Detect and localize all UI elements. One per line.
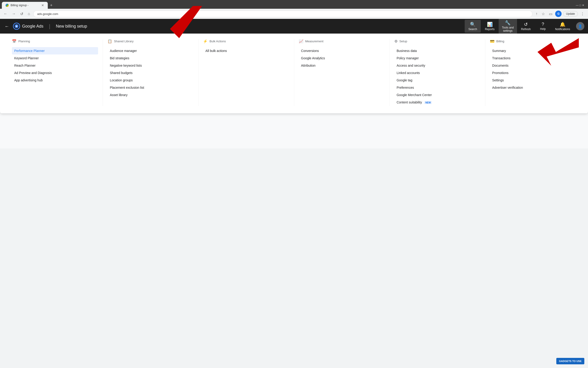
home-nav-button[interactable]: ⌂: [27, 11, 31, 17]
browser-chrome: Billing signup - ✕ + — □ ✕ ← → ↺ ⌂ ↑ ☆ ▭…: [0, 0, 588, 19]
browser-profile-avatar[interactable]: G: [555, 10, 561, 17]
maximize-icon[interactable]: □: [579, 4, 581, 7]
billing-section-header: 💳 Billing: [490, 39, 576, 43]
menu-item-negative-keyword-lists[interactable]: Negative keyword lists: [107, 62, 194, 69]
menu-item-audience-manager[interactable]: Audience manager: [107, 47, 194, 55]
bulk-actions-section-header: ⚡ Bulk Actions: [203, 39, 289, 43]
menu-item-promotions[interactable]: Promotions: [490, 69, 576, 76]
menu-item-google-merchant[interactable]: Google Merchant Center: [394, 91, 481, 99]
menu-item-bid-strategies[interactable]: Bid strategies: [107, 55, 194, 62]
account-name: New billing setup: [56, 24, 87, 29]
header-avatar[interactable]: 👤: [576, 22, 584, 30]
planning-section-title: Planning: [18, 39, 30, 43]
header-divider: |: [49, 23, 50, 29]
minimize-icon[interactable]: —: [576, 4, 579, 7]
reports-tool-icon: 📊: [487, 22, 493, 27]
watermark: GADGETS TO USE: [556, 358, 584, 364]
menu-section-bulk-actions: ⚡ Bulk Actions All bulk actions: [198, 39, 294, 106]
menu-section-setup: ⚙ Setup Business data Policy manager Acc…: [390, 39, 485, 106]
window-controls: — □ ✕: [576, 4, 586, 7]
menu-section-measurement: 📈 Measurement Conversions Google Analyti…: [294, 39, 390, 106]
menu-item-app-hub[interactable]: App advertising hub: [12, 76, 98, 84]
google-ads-logo-icon: [13, 23, 20, 30]
browser-actions: ↑ ☆ ▭ G Update ⋮: [534, 10, 586, 17]
address-bar-row: ← → ↺ ⌂ ↑ ☆ ▭ G Update ⋮: [0, 9, 588, 19]
header-right: 🔍 Search 📊 Reports 🔧 Tools andsettings ↺…: [465, 18, 584, 35]
menu-item-conversions[interactable]: Conversions: [299, 47, 385, 55]
menu-browser-button[interactable]: ⋮: [579, 11, 586, 17]
search-tool-label: Search: [468, 28, 477, 31]
tab-title: Billing signup -: [10, 4, 39, 7]
menu-item-google-tag[interactable]: Google tag: [394, 76, 481, 84]
address-input[interactable]: [33, 10, 533, 17]
tab-close-btn[interactable]: ✕: [41, 3, 44, 7]
menu-item-shared-budgets[interactable]: Shared budgets: [107, 69, 194, 76]
measurement-section-title: Measurement: [305, 39, 323, 43]
menu-section-planning: 📅 Planning Performance Planner Keyword P…: [7, 39, 103, 106]
bulk-actions-section-title: Bulk Actions: [209, 39, 226, 43]
menu-item-asset-library[interactable]: Asset library: [107, 91, 194, 99]
menu-item-google-analytics[interactable]: Google Analytics: [299, 55, 385, 62]
notifications-tool-label: Notifications: [555, 28, 570, 31]
new-tab-button[interactable]: +: [49, 2, 54, 8]
sidebar-browser-button[interactable]: ▭: [548, 11, 554, 17]
menu-item-policy-manager[interactable]: Policy manager: [394, 55, 481, 62]
tab-bar: Billing signup - ✕ + — □ ✕: [0, 0, 588, 9]
reports-tool-button[interactable]: 📊 Reports: [482, 20, 498, 33]
menu-section-shared-library: 📋 Shared Library Audience manager Bid st…: [103, 39, 198, 106]
menu-item-location-groups[interactable]: Location groups: [107, 76, 194, 84]
notifications-tool-icon: 🔔: [560, 22, 565, 27]
tools-settings-button[interactable]: 🔧 Tools andsettings: [499, 18, 517, 35]
menu-section-billing: 💳 Billing Summary Transactions Documents…: [485, 39, 581, 106]
forward-nav-button[interactable]: →: [10, 11, 17, 17]
active-tab[interactable]: Billing signup - ✕: [2, 2, 48, 9]
menu-item-performance-planner[interactable]: Performance Planner: [12, 47, 98, 55]
bulk-actions-section-icon: ⚡: [203, 39, 208, 43]
ads-header: ← Google Ads | New billing setup 🔍 Searc…: [0, 19, 588, 34]
close-window-icon[interactable]: ✕: [582, 4, 584, 7]
tools-settings-label: Tools andsettings: [502, 26, 514, 33]
billing-section-icon: 💳: [490, 39, 495, 43]
tools-settings-icon: 🔧: [505, 20, 511, 26]
menu-item-access-security[interactable]: Access and security: [394, 62, 481, 69]
menu-item-business-data[interactable]: Business data: [394, 47, 481, 55]
update-button[interactable]: Update: [563, 11, 578, 17]
menu-item-ad-preview[interactable]: Ad Preview and Diagnosis: [12, 69, 98, 76]
refresh-tool-button[interactable]: ↺ Refresh: [518, 20, 534, 33]
reload-nav-button[interactable]: ↺: [19, 11, 25, 17]
search-tool-button[interactable]: 🔍 Search: [465, 20, 481, 33]
menu-item-transactions[interactable]: Transactions: [490, 55, 576, 62]
measurement-section-icon: 📈: [299, 39, 303, 43]
menu-item-keyword-planner[interactable]: Keyword Planner: [12, 55, 98, 62]
back-nav-button[interactable]: ←: [2, 11, 9, 17]
menu-item-documents[interactable]: Documents: [490, 62, 576, 69]
header-back-button[interactable]: ←: [4, 23, 10, 30]
menu-item-advertiser-verification[interactable]: Advertiser verification: [490, 84, 576, 91]
menu-item-linked-accounts[interactable]: Linked accounts: [394, 69, 481, 76]
menu-item-content-suitability[interactable]: Content suitability NEW: [394, 99, 481, 106]
menu-item-billing-summary[interactable]: Summary: [490, 47, 576, 55]
menu-item-reach-planner[interactable]: Reach Planner: [12, 62, 98, 69]
watermark-text: GADGETS TO USE: [559, 360, 582, 362]
shared-library-section-title: Shared Library: [114, 39, 134, 43]
menu-item-placement-exclusion[interactable]: Placement exclusion list: [107, 84, 194, 91]
search-tool-icon: 🔍: [470, 22, 476, 27]
bookmark-button[interactable]: ☆: [540, 11, 546, 17]
notifications-tool-button[interactable]: 🔔 Notifications: [552, 20, 573, 33]
reports-tool-label: Reports: [485, 28, 495, 31]
dropdown-menu-content: 📅 Planning Performance Planner Keyword P…: [0, 34, 588, 113]
shared-library-section-header: 📋 Shared Library: [107, 39, 194, 43]
refresh-tool-label: Refresh: [521, 28, 531, 31]
menu-item-preferences[interactable]: Preferences: [394, 84, 481, 91]
tab-favicon: [6, 4, 9, 7]
menu-item-all-bulk-actions[interactable]: All bulk actions: [203, 47, 289, 55]
setup-section-header: ⚙ Setup: [394, 39, 481, 43]
svg-point-2: [16, 26, 17, 27]
header-left: ← Google Ads | New billing setup: [4, 23, 465, 30]
help-tool-button[interactable]: ? Help: [535, 20, 551, 32]
menu-item-billing-settings[interactable]: Settings: [490, 76, 576, 84]
share-browser-button[interactable]: ↑: [534, 11, 539, 17]
menu-item-attribution[interactable]: Attribution: [299, 62, 385, 69]
planning-section-icon: 📅: [12, 39, 17, 43]
setup-section-icon: ⚙: [394, 39, 398, 43]
